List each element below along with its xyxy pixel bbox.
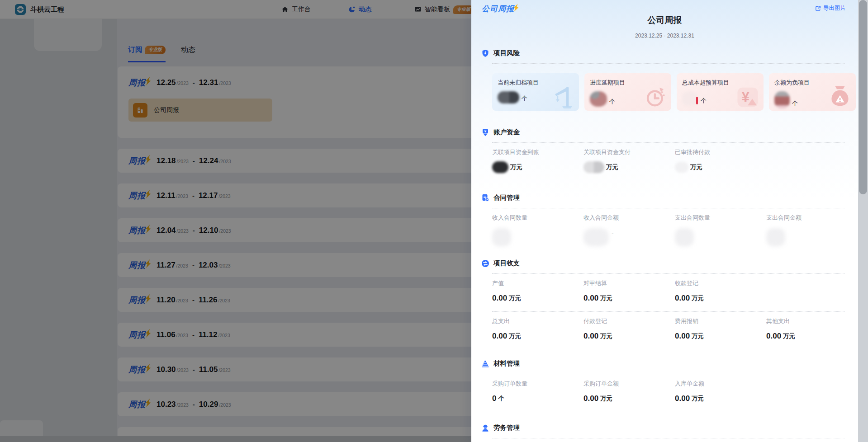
overlay-mask[interactable] bbox=[0, 0, 471, 442]
redacted-value bbox=[590, 91, 607, 107]
stat-expense-contract-count: 支出合同数量 bbox=[675, 214, 766, 246]
stat-output-value: 产值 0.00万元 bbox=[492, 279, 583, 304]
drawer-brand-logo: 公司周报 bbox=[482, 4, 514, 14]
report-title: 公司周报 bbox=[471, 14, 858, 26]
redacted-mark bbox=[696, 97, 698, 104]
divider bbox=[492, 438, 845, 438]
stopwatch-icon bbox=[643, 85, 668, 109]
svg-text:¥: ¥ bbox=[742, 89, 750, 105]
stat-receipt-register: 收款登记 0.00万元 bbox=[675, 279, 766, 304]
divider bbox=[492, 208, 845, 208]
risk-card-over-budget[interactable]: 总成本超预算项目 个 ¥ bbox=[677, 73, 764, 111]
section-contract-management: 合同管理 收入合同数量 收入合同金额 - 支出合同数量 支出合同金额 bbox=[492, 193, 845, 246]
divider bbox=[492, 311, 845, 312]
stat-expense-reimbursement: 费用报销 0.00万元 bbox=[675, 317, 766, 342]
stat-income-contract-amount: 收入合同金额 - bbox=[583, 214, 675, 246]
divider bbox=[492, 63, 845, 64]
report-date-range: 2023.12.25 - 2023.12.31 bbox=[471, 33, 858, 39]
section-project-risk: 项目风险 当前未归档项目 个 进度延期项目 个 bbox=[492, 49, 845, 111]
material-pile-icon bbox=[481, 360, 489, 368]
section-project-balance: 项目收支 产值 0.00万元 对甲结算 0.00万元 收款登记 0.00万元 bbox=[492, 259, 845, 342]
stat-expense-contract-amount: 支出合同金额 bbox=[766, 214, 858, 246]
section-account-funds: ¥ 账户资金 关联项目资金到账 万元 关联项目资金支付 万元 已审批待付款 万元 bbox=[492, 128, 845, 173]
svg-text:¥: ¥ bbox=[484, 129, 487, 133]
stat-inbound-amount: 入库单金额 0.00万元 bbox=[675, 380, 766, 404]
stat-purchase-order-count: 采购订单数量 0个 bbox=[492, 380, 583, 404]
stat-income-contract-count: 收入合同数量 bbox=[492, 214, 583, 246]
export-image-button[interactable]: 导出图片 bbox=[815, 5, 846, 12]
redacted-value bbox=[583, 228, 609, 246]
redacted-value bbox=[675, 228, 694, 246]
crane-icon bbox=[551, 85, 575, 109]
divider bbox=[492, 374, 845, 374]
section-material-management: 材料管理 采购订单数量 0个 采购订单金额 0.00万元 入库单金额 0.00万… bbox=[492, 359, 845, 404]
funds-yen-arrow-icon: ¥ bbox=[481, 128, 489, 136]
shield-risk-icon bbox=[481, 49, 489, 57]
redacted-value bbox=[774, 91, 790, 108]
redacted-value bbox=[498, 91, 519, 103]
section-labor-management: 劳务管理 bbox=[492, 423, 845, 438]
company-weekly-report-drawer: 公司周报 导出图片 公司周报 2023.12.25 - 2023.12.31 项… bbox=[471, 0, 858, 442]
money-bag-warning-icon bbox=[828, 85, 852, 109]
risk-card-negative-balance[interactable]: 余额为负项目 个 bbox=[769, 73, 856, 111]
export-icon bbox=[815, 5, 821, 11]
worker-icon bbox=[481, 424, 489, 432]
redacted-value bbox=[682, 91, 697, 106]
stat-owner-settlement: 对甲结算 0.00万元 bbox=[583, 279, 675, 304]
redacted-value bbox=[492, 161, 508, 173]
vertical-scrollbar[interactable] bbox=[858, 0, 868, 442]
transfer-arrows-icon bbox=[481, 259, 489, 268]
risk-card-unarchived[interactable]: 当前未归档项目 个 bbox=[492, 73, 579, 111]
redacted-value bbox=[766, 228, 785, 246]
redacted-value bbox=[492, 228, 511, 246]
stat-funds-paid: 关联项目资金支付 万元 bbox=[583, 148, 675, 173]
divider bbox=[492, 142, 845, 143]
scrollbar-thumb[interactable] bbox=[859, 0, 867, 194]
stat-purchase-order-amount: 采购订单金额 0.00万元 bbox=[583, 380, 675, 404]
redacted-value bbox=[675, 162, 688, 173]
stat-funds-received: 关联项目资金到账 万元 bbox=[492, 148, 583, 173]
risk-card-delayed[interactable]: 进度延期项目 个 bbox=[584, 73, 671, 111]
app-root: 斗栱云工程 工作台 动态 智能看板 专业版 订阅 专业版 动态 bbox=[0, 0, 868, 442]
yen-budget-icon: ¥ bbox=[735, 85, 760, 109]
contract-document-icon bbox=[481, 194, 489, 202]
stat-payment-register: 付款登记 0.00万元 bbox=[583, 317, 675, 342]
redacted-value bbox=[583, 161, 604, 173]
stat-approved-pending: 已审批待付款 万元 bbox=[675, 148, 766, 173]
stat-total-expense: 总支出 0.00万元 bbox=[492, 317, 583, 342]
stat-other-expense: 其他支出 0.00万元 bbox=[766, 317, 858, 342]
divider bbox=[492, 273, 845, 274]
